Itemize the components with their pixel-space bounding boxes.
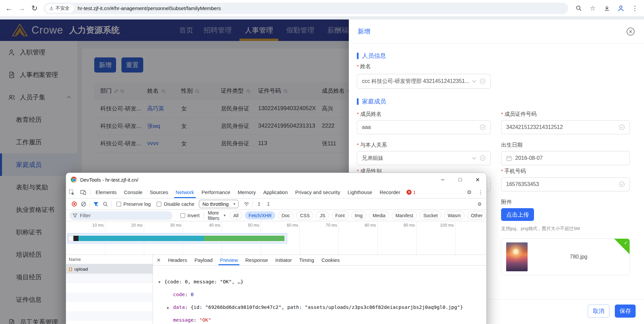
network-settings-icon[interactable]: ⚙ [475, 199, 484, 209]
devtools-window: DevTools - hr-test.zjf-it.cn/ – □ ✕ Elem… [66, 173, 487, 324]
detail-tab-payload[interactable]: Payload [191, 255, 216, 265]
invert-checkbox[interactable] [180, 213, 185, 218]
chevron-down-icon [472, 157, 476, 160]
json-root-line[interactable]: ▼{code: 0, message: "OK", …} [158, 276, 486, 288]
close-detail-icon[interactable]: ✕ [153, 255, 164, 265]
cancel-button[interactable]: 取消 [588, 305, 609, 318]
more-filters-label[interactable]: More filters [208, 210, 221, 221]
devtools-tab-lighthouse[interactable]: Lighthouse [344, 186, 376, 198]
phone-input[interactable]: 16576353453 [501, 177, 630, 191]
uploaded-file-card[interactable]: 780.jpg ✓ [501, 238, 630, 275]
waterfall-segment-waiting [78, 236, 204, 241]
timeline-gridline [338, 221, 339, 254]
network-overview-timeline[interactable]: 10 ms20 ms30 ms40 ms50 ms60 ms70 ms80 ms… [66, 221, 486, 255]
request-type-chip[interactable]: All [230, 211, 243, 220]
filter-icon[interactable] [91, 199, 101, 209]
zoom-icon[interactable] [573, 3, 584, 14]
maximize-icon[interactable]: □ [451, 173, 469, 186]
relation-select[interactable]: 兄弟姐妹 [357, 151, 491, 165]
request-type-chip[interactable]: Wasm [444, 211, 465, 220]
export-har-icon[interactable]: ↧ [264, 199, 273, 209]
request-type-chip[interactable]: Doc [278, 211, 294, 220]
check-circle-icon [480, 155, 486, 161]
member-name-label: *成员姓名 [357, 111, 382, 118]
request-type-chip[interactable]: Fetch/XHR [245, 211, 275, 220]
back-icon[interactable]: ← [3, 2, 15, 15]
url-text[interactable]: hr-test.zjf-it.cn/#/hr-anagement/personn… [78, 5, 221, 11]
upload-button[interactable]: 点击上传 [501, 208, 534, 221]
devtools-tab-elements[interactable]: Elements [92, 186, 120, 198]
devtools-tab-memory[interactable]: Memory [234, 186, 260, 198]
error-icon: ✕ [407, 190, 412, 195]
console-error-badge[interactable]: ✕ 1 [404, 186, 418, 198]
birth-date-input[interactable]: 2016-08-07 [501, 151, 630, 165]
name-field-label: *姓名 [357, 63, 371, 70]
member-id-input[interactable]: 3424215123214312512 [501, 120, 630, 134]
chrome-divider [0, 16, 644, 19]
network-conditions-icon[interactable] [242, 199, 251, 209]
devtools-titlebar[interactable]: DevTools - hr-test.zjf-it.cn/ – □ ✕ [66, 173, 486, 186]
upload-success-badge: ✓ [614, 239, 630, 254]
request-type-chip[interactable]: Img [351, 211, 366, 220]
section-person-info: 人员信息 [357, 52, 386, 60]
calendar-icon [506, 155, 512, 161]
request-row[interactable]: { }upload [66, 264, 153, 274]
devtools-tab-sources[interactable]: Sources [146, 186, 172, 198]
request-type-chip[interactable]: Media [369, 211, 389, 220]
detail-tab-timing[interactable]: Timing [296, 255, 318, 265]
request-type-chip[interactable]: Font [332, 211, 348, 220]
record-network-icon[interactable] [69, 199, 79, 209]
drawer-close-icon[interactable] [626, 27, 635, 36]
disable-cache-checkbox[interactable] [157, 202, 161, 206]
import-har-icon[interactable]: ↥ [254, 199, 264, 209]
check-icon: ✓ [624, 240, 628, 245]
inspect-element-icon[interactable] [66, 186, 77, 198]
detail-tab-initiator[interactable]: Initiator [272, 255, 296, 265]
timeline-gridline [416, 221, 417, 254]
warning-icon: ⚠ [49, 6, 54, 11]
not-secure-label: 不安全 [56, 5, 70, 11]
reload-icon[interactable]: ↻ [28, 2, 41, 15]
request-type-chip[interactable]: Socket [420, 211, 441, 220]
device-toolbar-icon[interactable] [77, 186, 89, 198]
devtools-settings-icon[interactable]: ⚙ [464, 189, 475, 195]
request-type-chip[interactable]: Other [467, 211, 486, 220]
clear-network-icon[interactable] [79, 199, 88, 209]
search-network-icon[interactable] [101, 199, 110, 209]
request-type-chip[interactable]: CSS [296, 211, 313, 220]
minimize-icon[interactable]: – [434, 173, 451, 186]
employee-select[interactable]: ccc 科技公司-研发管理部 43214512412351... [357, 74, 491, 89]
devtools-menu-icon[interactable]: ⋮ [475, 189, 486, 195]
browser-menu-icon[interactable]: ⋮ [629, 3, 641, 14]
download-icon[interactable] [601, 3, 612, 14]
devtools-tab-privacy-and-security[interactable]: Privacy and security [291, 186, 344, 198]
devtools-tab-console[interactable]: Console [120, 186, 146, 198]
detail-tab-cookies[interactable]: Cookies [318, 255, 343, 265]
devtools-tab-application[interactable]: Application [260, 186, 291, 198]
address-bar[interactable]: ⚠ 不安全 hr-test.zjf-it.cn/#/hr-anagement/p… [44, 3, 568, 14]
bookmark-star-icon[interactable]: ☆ [587, 3, 598, 14]
json-line-data[interactable]: ▶data: {id: "69266bd6dca9810fdc9e47c2", … [158, 301, 486, 314]
close-icon[interactable]: ✕ [469, 173, 486, 186]
invert-label: Invert [187, 213, 200, 218]
profile-avatar[interactable] [615, 3, 627, 14]
preserve-log-checkbox[interactable] [116, 202, 121, 206]
not-secure-chip[interactable]: ⚠ 不安全 [45, 4, 74, 13]
devtools-tab-performance[interactable]: Performance [198, 186, 234, 198]
devtools-tab-recorder[interactable]: Recorder [376, 186, 404, 198]
detail-tab-headers[interactable]: Headers [164, 255, 191, 265]
timeline-tick-label: 100 ms [440, 223, 455, 228]
request-type-chip[interactable]: Manifest [392, 211, 417, 220]
detail-tab-preview[interactable]: Preview [216, 255, 241, 265]
forward-icon[interactable]: → [15, 2, 28, 15]
throttling-select[interactable]: No throttling▾ [199, 200, 238, 208]
member-name-input[interactable]: aaa [357, 120, 491, 134]
detail-tab-response[interactable]: Response [241, 255, 272, 265]
timeline-gridline [377, 221, 378, 254]
request-type-chip[interactable]: JS [316, 211, 329, 220]
network-filter-input[interactable]: Filter [69, 211, 172, 220]
request-name-header[interactable]: Name [66, 255, 153, 264]
devtools-tab-network[interactable]: Network [172, 186, 198, 198]
save-button[interactable]: 保存 [615, 305, 636, 318]
timeline-gridline [455, 221, 455, 254]
